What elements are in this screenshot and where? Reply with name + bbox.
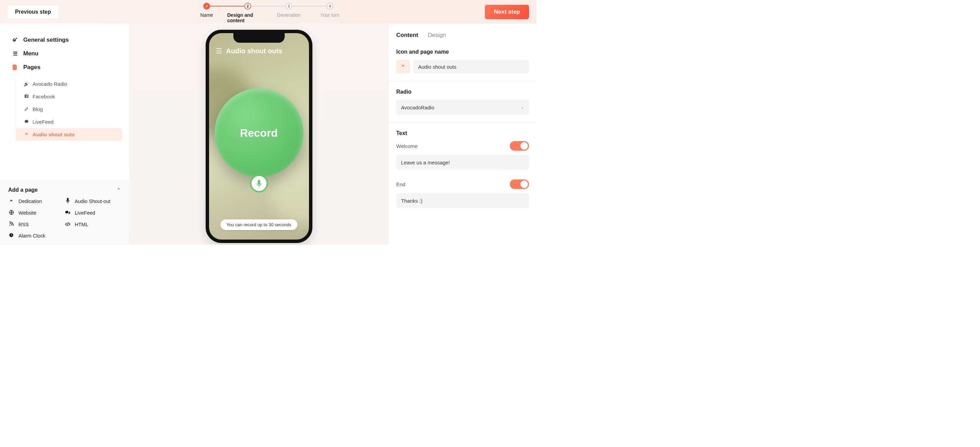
main: General settings ☰ Menu Pages 🔊 Avocado … xyxy=(0,24,536,245)
tab-design[interactable]: Design xyxy=(428,32,446,41)
properties-panel: Content Design Icon and page name ❝ Radi… xyxy=(389,24,536,245)
add-page-title: Add a page xyxy=(8,187,38,193)
radio-select[interactable]: AvocadoRadio ⌄ xyxy=(396,100,529,115)
edit-icon xyxy=(24,107,29,112)
record-button[interactable]: Record xyxy=(215,89,304,178)
sidebar-item-menu[interactable]: ☰ Menu xyxy=(0,47,129,60)
quote-icon: ❝ xyxy=(402,63,404,70)
svg-point-1 xyxy=(9,225,10,226)
microphone-icon xyxy=(256,179,262,188)
volume-icon: 🔊 xyxy=(24,81,29,86)
preview-header: ☰ Audio shout outs xyxy=(209,47,309,55)
page-icon-picker[interactable]: ❝ xyxy=(396,60,410,73)
radio-select-value: AvocadoRadio xyxy=(401,105,434,110)
add-page-alarm-clock[interactable]: Alarm Clock xyxy=(8,233,65,239)
page-item-label: LiveFeed xyxy=(32,119,54,125)
add-item-label: Dedication xyxy=(19,198,42,204)
add-item-label: RSS xyxy=(19,222,29,227)
rss-icon xyxy=(8,222,14,227)
page-item-label: Audio shout outs xyxy=(32,132,75,137)
hamburger-icon[interactable]: ☰ xyxy=(216,47,222,55)
preview-area: ☰ Audio shout outs Record You can record… xyxy=(129,24,389,245)
welcome-text-input[interactable] xyxy=(396,155,529,170)
divider xyxy=(389,81,536,81)
page-item-livefeed[interactable]: LiveFeed xyxy=(16,116,122,128)
phone-preview: ☰ Audio shout outs Record You can record… xyxy=(206,30,312,243)
add-page-panel: Add a page ⌃ ❝ Dedication Audio Shout-ou… xyxy=(0,180,129,245)
add-item-label: HTML xyxy=(75,222,88,227)
add-item-label: Audio Shout-out xyxy=(75,198,111,204)
tab-content[interactable]: Content xyxy=(396,32,418,41)
step-label: Design and content xyxy=(227,12,268,23)
sidebar-item-label: General settings xyxy=(23,36,69,43)
section-radio: Radio xyxy=(396,89,529,95)
add-page-rss[interactable]: RSS xyxy=(8,222,65,227)
add-item-label: LiveFeed xyxy=(75,210,95,216)
sidebar-left: General settings ☰ Menu Pages 🔊 Avocado … xyxy=(0,24,129,245)
record-label: Record xyxy=(240,127,277,139)
clock-icon xyxy=(8,233,14,239)
page-item-blog[interactable]: Blog xyxy=(16,103,122,116)
document-icon xyxy=(12,65,19,70)
globe-icon xyxy=(8,210,14,216)
divider xyxy=(389,122,536,123)
chevron-down-icon: ⌄ xyxy=(521,105,524,110)
page-item-label: Facebook xyxy=(32,94,55,100)
page-item-label: Avocado Radio xyxy=(32,81,67,87)
section-icon-name: Icon and page name xyxy=(396,49,529,55)
code-icon xyxy=(65,222,71,227)
menu-icon: ☰ xyxy=(12,51,19,57)
step-number: 2 xyxy=(244,3,251,10)
step-label: Your turn xyxy=(320,12,339,18)
phone-notch xyxy=(233,33,285,43)
end-text-input[interactable] xyxy=(396,193,529,208)
step-name[interactable]: ✓ Name xyxy=(186,3,227,18)
sidebar-item-pages[interactable]: Pages xyxy=(0,60,129,74)
add-page-audio-shoutout[interactable]: Audio Shout-out xyxy=(65,198,121,204)
gears-icon xyxy=(12,38,19,42)
sidebar-item-label: Pages xyxy=(23,64,40,71)
page-item-audio-shout-outs[interactable]: ❝ Audio shout outs xyxy=(16,128,122,141)
sidebar-item-general-settings[interactable]: General settings xyxy=(0,33,129,47)
panel-tabs: Content Design xyxy=(396,32,529,41)
page-item-avocado-radio[interactable]: 🔊 Avocado Radio xyxy=(16,78,122,90)
add-page-html[interactable]: HTML xyxy=(65,222,121,227)
next-step-button[interactable]: Next step xyxy=(485,5,529,19)
step-generation[interactable]: 3 Generation xyxy=(268,3,309,18)
microphone-icon xyxy=(65,198,71,204)
welcome-toggle[interactable] xyxy=(510,141,529,151)
page-item-label: Blog xyxy=(32,106,43,112)
add-page-website[interactable]: Website xyxy=(8,210,65,216)
pages-list: 🔊 Avocado Radio Facebook Blog LiveFeed xyxy=(16,76,129,142)
add-item-label: Alarm Clock xyxy=(19,233,45,239)
step-number: 4 xyxy=(326,3,333,10)
step-number: 3 xyxy=(285,3,292,10)
stepper: ✓ Name 2 Design and content 3 Generation… xyxy=(186,3,350,23)
mic-button[interactable] xyxy=(250,174,268,192)
previous-step-button[interactable]: Previous step xyxy=(8,5,59,19)
add-page-toggle[interactable]: Add a page ⌃ xyxy=(8,187,121,193)
sidebar-item-label: Menu xyxy=(23,50,38,57)
welcome-label: Welcome xyxy=(396,143,417,149)
chevron-up-icon: ⌃ xyxy=(117,187,121,193)
add-item-label: Website xyxy=(19,210,36,216)
end-toggle[interactable] xyxy=(510,179,529,189)
step-label: Generation xyxy=(277,12,301,18)
end-label: End xyxy=(396,181,406,187)
add-page-livefeed[interactable]: LiveFeed xyxy=(65,210,121,216)
comment-icon xyxy=(24,119,29,125)
topbar: Previous step ✓ Name 2 Design and conten… xyxy=(0,0,536,24)
facebook-icon xyxy=(24,94,29,100)
record-tip: You can record up to 30 seconds xyxy=(220,219,298,230)
section-text: Text xyxy=(396,130,529,136)
page-item-facebook[interactable]: Facebook xyxy=(16,90,122,103)
step-label: Name xyxy=(200,12,213,18)
check-icon: ✓ xyxy=(203,3,210,10)
quote-icon: ❝ xyxy=(8,198,14,204)
add-page-dedication[interactable]: ❝ Dedication xyxy=(8,198,65,204)
comments-icon xyxy=(65,210,71,216)
quote-icon: ❝ xyxy=(24,132,29,137)
step-your-turn[interactable]: 4 Your turn xyxy=(309,3,350,18)
page-name-input[interactable] xyxy=(414,60,529,73)
preview-title: Audio shout outs xyxy=(226,47,282,55)
